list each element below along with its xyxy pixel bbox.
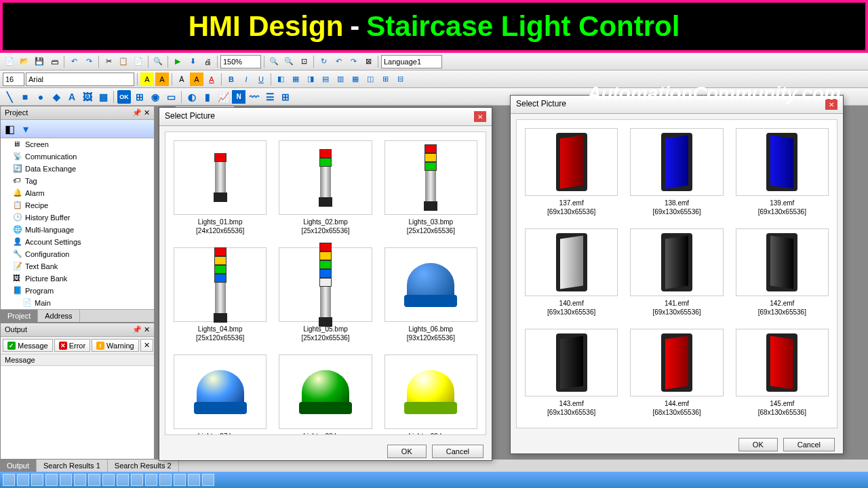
circle-icon[interactable]: ● — [34, 90, 47, 104]
list-icon[interactable]: ☰ — [263, 90, 277, 104]
tree-item-alarm[interactable]: 🔔Alarm — [1, 187, 154, 199]
print-icon[interactable]: 🖨 — [201, 55, 214, 68]
filter-error[interactable]: ✕Error — [54, 339, 90, 352]
st10-icon[interactable] — [131, 474, 143, 486]
fontbg-icon[interactable]: A — [190, 73, 203, 86]
st7-icon[interactable] — [88, 474, 100, 486]
download-icon[interactable]: ⬇ — [186, 55, 199, 68]
picture-item[interactable]: 145.emf[68x130x65536] — [736, 329, 829, 417]
panel-pin2-icon[interactable]: 📌 ✕ — [132, 325, 150, 334]
align5-icon[interactable]: ▥ — [334, 73, 347, 86]
tree-item-recipe[interactable]: 📋Recipe — [1, 199, 154, 211]
tree-item-data-exchange[interactable]: 🔄Data Exchange — [1, 163, 154, 175]
st11-icon[interactable] — [145, 474, 157, 486]
picture-item[interactable]: Lights_05.bmp[25x120x65536] — [279, 247, 372, 342]
st1-icon[interactable] — [3, 474, 15, 486]
picture-item[interactable]: Lights_02.bmp[25x120x65536] — [279, 140, 372, 235]
st14-icon[interactable] — [188, 474, 200, 486]
tree-item-communication[interactable]: 📡Communication — [1, 150, 154, 163]
panel-pin-icon[interactable]: 📌 ✕ — [132, 108, 150, 117]
stop-icon[interactable]: ⊠ — [361, 55, 375, 68]
copy-icon[interactable]: 📋 — [117, 55, 130, 68]
st12-icon[interactable] — [159, 474, 172, 486]
tree-item-history-buffer[interactable]: 🕒History Buffer — [1, 211, 154, 224]
st2-icon[interactable] — [17, 474, 29, 486]
paste-icon[interactable]: 📄 — [132, 55, 145, 68]
st5-icon[interactable] — [60, 474, 72, 486]
num-icon[interactable]: ▭ — [164, 90, 178, 104]
hilite1-icon[interactable]: A — [140, 73, 154, 86]
align2-icon[interactable]: ▦ — [289, 73, 302, 86]
saveall-icon[interactable]: 🗃 — [47, 55, 61, 68]
st4-icon[interactable] — [45, 474, 58, 486]
tree-item-program[interactable]: 📘Program — [1, 285, 154, 297]
dialog1-ok-button[interactable]: OK — [387, 445, 427, 458]
image-icon[interactable]: 🖼 — [81, 90, 94, 104]
tab-output[interactable]: Output — [0, 460, 37, 472]
zoomout-icon[interactable]: 🔍 — [282, 55, 296, 68]
picture-item[interactable]: 143.emf[69x130x65536] — [525, 329, 618, 417]
picture-item[interactable]: Lights_01.bmp[24x120x65536] — [174, 140, 267, 235]
hilite2-icon[interactable]: A — [155, 73, 169, 86]
st3-icon[interactable] — [31, 474, 43, 486]
filter-close[interactable]: ✕ — [140, 339, 153, 352]
trend-icon[interactable]: 📈 — [216, 90, 230, 104]
zoomin-icon[interactable]: 🔍 — [267, 55, 281, 68]
grid-icon[interactable]: ⊞ — [279, 90, 292, 104]
tab-search1[interactable]: Search Results 1 — [37, 460, 108, 472]
st8-icon[interactable] — [102, 474, 115, 486]
tree-item-tag[interactable]: 🏷Tag — [1, 175, 154, 187]
align9-icon[interactable]: ⊟ — [393, 73, 407, 86]
picture-item[interactable]: Lights_08.bmp — [279, 354, 372, 435]
ptool2-icon[interactable]: ▾ — [19, 122, 33, 136]
tree-item-configuration[interactable]: 🔧Configuration — [1, 248, 154, 260]
dialog1-cancel-button[interactable]: Cancel — [432, 445, 484, 458]
picture-item[interactable]: 141.emf[69x130x65536] — [630, 228, 723, 317]
meter-icon[interactable]: ◐ — [185, 90, 199, 104]
ptool1-icon[interactable]: ◧ — [3, 122, 16, 136]
tree-item-account-settings[interactable]: 👤Account Settings — [1, 236, 154, 248]
poly-icon[interactable]: ◆ — [50, 90, 63, 104]
bold-icon[interactable]: B — [224, 73, 238, 86]
st6-icon[interactable] — [74, 474, 86, 486]
redo-icon[interactable]: ↷ — [82, 55, 96, 68]
align1-icon[interactable]: ◧ — [274, 73, 288, 86]
cut-icon[interactable]: ✂ — [102, 55, 115, 68]
dialog2-ok-button[interactable]: OK — [738, 438, 778, 451]
align8-icon[interactable]: ⊞ — [378, 73, 392, 86]
btn-icon[interactable]: OK — [117, 90, 131, 104]
st15-icon[interactable] — [202, 474, 214, 486]
filter-message[interactable]: ✓Message — [3, 339, 53, 352]
align3-icon[interactable]: ◨ — [304, 73, 317, 86]
dialog1-close-icon[interactable]: ✕ — [474, 111, 486, 122]
st9-icon[interactable] — [117, 474, 129, 486]
fontsize-input[interactable] — [3, 73, 24, 86]
picture-item[interactable]: 138.emf[69x130x65536] — [630, 128, 723, 216]
open-icon[interactable]: 📂 — [18, 55, 31, 68]
tree-item-picture-bank[interactable]: 🖼Picture Bank — [1, 272, 154, 285]
save-icon[interactable]: 💾 — [33, 55, 46, 68]
wave-icon[interactable]: 〰 — [248, 90, 261, 104]
picture-item[interactable]: Lights_07.bmp — [174, 354, 267, 435]
back-icon[interactable]: ↶ — [332, 55, 345, 68]
picture-item[interactable]: Lights_06.bmp[93x120x65536] — [384, 247, 477, 342]
underline-icon[interactable]: U — [254, 73, 268, 86]
refresh-icon[interactable]: ↻ — [317, 55, 330, 68]
st13-icon[interactable] — [174, 474, 186, 486]
zoomfit-icon[interactable]: ⊡ — [297, 55, 311, 68]
align4-icon[interactable]: ▤ — [319, 73, 332, 86]
new-icon[interactable]: 📄 — [3, 55, 16, 68]
fontname-input[interactable] — [26, 73, 134, 86]
rect-icon[interactable]: ■ — [18, 90, 32, 104]
text-icon[interactable]: A — [65, 90, 79, 104]
tree-item-multi-language[interactable]: 🌐Multi-language — [1, 224, 154, 236]
fontfx-icon[interactable]: Ā — [175, 73, 189, 86]
picture-item[interactable]: Lights_04.bmp[25x120x65536] — [174, 247, 267, 342]
picture-item[interactable]: 137.emf[69x130x65536] — [525, 128, 618, 216]
sw-icon[interactable]: ⊞ — [133, 90, 146, 104]
picture-item[interactable]: 139.emf[69x130x65536] — [736, 128, 829, 216]
forward-icon[interactable]: ↷ — [347, 55, 360, 68]
tree-item-main[interactable]: 📄Main — [1, 297, 154, 309]
lamp-icon[interactable]: ◉ — [149, 90, 162, 104]
run-icon[interactable]: ▶ — [171, 55, 184, 68]
